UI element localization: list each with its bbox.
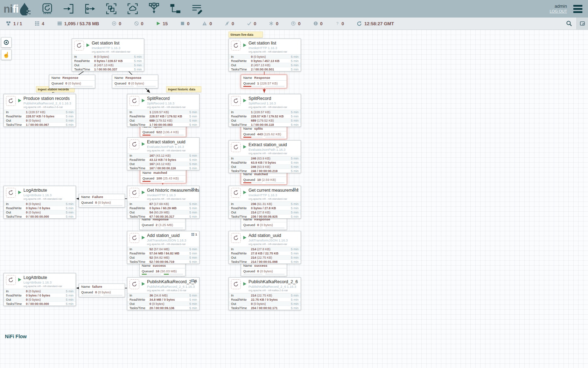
processor-type: JoltTransformJSON 1.16.3 (147, 238, 186, 242)
drag-output-port-button[interactable] (83, 2, 97, 16)
stat-row-out: Out 2 (457.13 KB) 5 min (229, 63, 301, 67)
logout-link[interactable]: LOG OUT (550, 9, 567, 14)
stat-row-read-write: Read/Write 27.8 KB / 22.75 KB 5 min (229, 251, 301, 255)
header-right: admin LOG OUT (550, 4, 588, 14)
drag-input-port-button[interactable] (62, 2, 76, 16)
processor-name: Add station_uuid (248, 233, 288, 238)
processor-node[interactable]: PublishKafkaRecord_2_6 PublishKafkaRecor… (229, 277, 301, 310)
global-menu-button[interactable] (572, 4, 584, 14)
circular-arrows-icon (8, 277, 14, 283)
connection-label[interactable]: Name failure Queued 0 (0 bytes) (79, 284, 125, 297)
flow-annotation-label[interactable]: Ingest historic data (166, 86, 201, 92)
processor-node[interactable]: Extract station_uuid EvaluateJsonPath 1.… (229, 140, 301, 173)
stat-row-in: In 0 (0 bytes) 5 min (72, 55, 144, 59)
connection-label[interactable]: Name Response Queued 0 (0 bytes) (112, 75, 158, 88)
remote-process-group-icon (126, 2, 139, 15)
connection-label[interactable]: Name Response Queued 1 (228.57 KB) (241, 75, 287, 88)
processor-titles: LogAttribute LogAttribute 1.16.3 org.apa… (23, 188, 62, 200)
stat-row-tasks-time: Tasks/Time 214 / 00:00:01.098 5 min (229, 259, 301, 264)
connection-label[interactable]: Name matched Queued 100 (25.43 KB) (140, 170, 186, 183)
drag-process-group-button[interactable] (104, 2, 118, 16)
stat-row-out: Out 0 (0 bytes) 5 min (4, 210, 76, 214)
processor-node[interactable]: 1 Add station_uuid JoltTransformJSON 1.1… (127, 231, 200, 264)
processor-node[interactable]: Add station_uuid JoltTransformJSON 1.16.… (229, 231, 301, 264)
breadcrumb[interactable]: NiFi Flow (5, 334, 27, 339)
processor-node[interactable]: LogAttribute LogAttribute 1.16.3 org.apa… (4, 186, 76, 219)
operate-palette-toggle[interactable]: ☝ (1, 49, 12, 60)
hide-palette-button[interactable] (576, 18, 588, 29)
last-refresh-status[interactable]: 12:58:27 GMT (357, 21, 394, 26)
processor-type: PublishKafkaRecord_2_6 1.16.3 (23, 101, 71, 105)
drag-remote-process-group-button[interactable] (126, 2, 140, 16)
connection-queued-value: 0 (0 bytes) (95, 200, 111, 204)
up-to-date-check-icon (247, 21, 252, 26)
drag-processor-button[interactable] (40, 2, 54, 16)
navigate-target-icon (4, 40, 9, 45)
current-user: admin (550, 4, 567, 9)
connection-queued-value: 1 (228.57 KB) (257, 81, 278, 85)
processor-name: Get station list (248, 41, 287, 46)
locally-modified-status: 0 (269, 21, 278, 26)
search-button[interactable] (562, 18, 576, 29)
backpressure-bars (241, 182, 287, 184)
stat-row-out: Out 689 (179.52 KB) 5 min (229, 118, 301, 122)
connection-queued-value: 522 (136.4 KB) (156, 130, 179, 134)
running-status-icon (243, 99, 246, 102)
connection-label[interactable]: Name success Queued 0 (0 bytes) (241, 263, 287, 276)
stat-row-in: In 246 (63.9 KB) 5 min (229, 156, 301, 160)
processor-node[interactable]: 1 Get current measurement InvokeHTTP 1.1… (229, 186, 301, 219)
processor-node[interactable]: LogAttribute LogAttribute 1.16.3 org.apa… (4, 273, 76, 306)
processor-type-icon (231, 233, 241, 243)
processor-header: Get current measurement InvokeHTTP 1.16.… (229, 186, 301, 202)
drag-template-button[interactable] (168, 2, 182, 16)
processor-node[interactable]: Extract station_uuid EvaluateJsonPath 1.… (127, 137, 200, 170)
processor-bundle: org.apache.nifi - nifi-standard-nar (147, 243, 186, 246)
flow-annotation-label[interactable]: Stream live-data (229, 32, 263, 38)
stat-row-tasks-time: Tasks/Time 1 / 00:00:00.083 5 min (127, 122, 199, 127)
threads-icon (191, 188, 194, 191)
connection-label[interactable]: Name splits Queued 443 (115.62 KB) (241, 125, 287, 139)
funnel-icon (147, 2, 161, 15)
connection-relationship-name: Response (254, 76, 270, 80)
sync-failure-question-icon: ? (335, 21, 340, 26)
processor-node[interactable]: Get station list InvokeHTTP 1.16.3 org.a… (72, 39, 144, 71)
stale-arrow-icon (291, 21, 296, 26)
connection-name-row: Name Response (241, 75, 287, 81)
processor-node[interactable]: SplitRecord SplitRecord 1.16.3 org.apach… (127, 94, 200, 127)
connected-nodes-status: 1 / 1 (6, 21, 22, 26)
processor-titles: SplitRecord SplitRecord 1.16.3 org.apach… (147, 96, 186, 109)
processor-bundle: org.apache.nifi - nifi-standard-nar (248, 152, 287, 155)
stat-row-in: In 1 (228.57 KB) 5 min (4, 110, 76, 114)
connection-queued-value: 10 (2.59 KB) (257, 178, 276, 182)
processor-titles: Get station list InvokeHTTP 1.16.3 org.a… (92, 41, 130, 53)
backpressure-object-track (81, 295, 100, 296)
stat-row-tasks-time: Tasks/Time 1 / 00:00:00.337 5 min (72, 67, 144, 71)
processor-node[interactable]: 1 Get historic measurements InvokeHTTP 1… (127, 186, 200, 219)
processor-header: SplitRecord SplitRecord 1.16.3 org.apach… (127, 94, 199, 110)
stat-row-in: In 67 (17.69 KB) 5 min (127, 202, 199, 206)
processor-node[interactable]: Get station list InvokeHTTP 1.16.3 org.a… (229, 39, 301, 71)
processor-stats: In 0 (0 bytes) 5 min Read/Write 0 bytes … (229, 54, 301, 71)
processor-stats: In 214 (22.75 KB) 5 min Read/Write 22.75… (229, 293, 301, 310)
backpressure-object-track (243, 182, 262, 183)
navigate-palette-toggle[interactable] (1, 37, 12, 48)
backpressure-size-track (265, 274, 285, 275)
connection-queued-key: Queued (243, 81, 255, 85)
processor-node[interactable]: 1 PublishKafkaRecord_2_6 PublishKafkaRec… (127, 277, 200, 310)
processor-node[interactable]: Produce station records PublishKafkaReco… (4, 94, 76, 127)
processor-type-icon (231, 96, 241, 106)
drag-label-button[interactable] (190, 2, 204, 16)
panel-toggle-icon (580, 21, 585, 26)
circular-arrows-icon (131, 98, 138, 104)
processor-node[interactable]: SplitRecord SplitRecord 1.16.3 org.apach… (229, 94, 301, 127)
stat-row-out: Out 0 (0 bytes) 5 min (4, 118, 76, 122)
label-icon (190, 2, 203, 15)
threads-icon (293, 188, 296, 191)
stat-row-tasks-time: Tasks/Time 0 / 00:00:00.000 5 min (4, 301, 76, 306)
connection-label[interactable]: Name Response Queued 0 (0 bytes) (49, 75, 95, 88)
connection-label[interactable]: Name success Queued 16 (50.03 MB) (139, 263, 186, 276)
connection-label[interactable]: Name Failure Queued 0 (0 bytes) (79, 194, 125, 207)
connection-queued-key: Queued (142, 176, 154, 180)
drag-funnel-button[interactable] (147, 2, 161, 16)
connection-queued-row: Queued 0 (0 bytes) (241, 222, 287, 227)
